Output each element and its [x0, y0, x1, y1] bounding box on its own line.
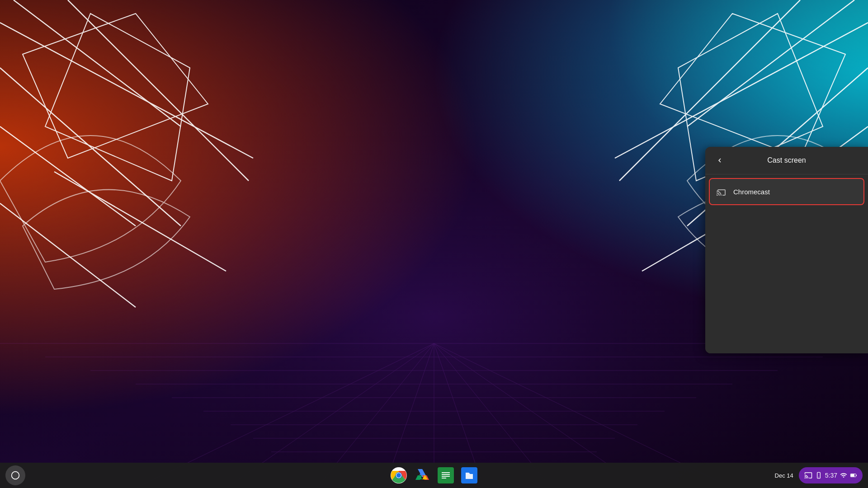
- cast-content-area: [705, 209, 868, 353]
- sheets-logo: [438, 467, 454, 483]
- system-tray[interactable]: 5:37: [799, 467, 863, 483]
- cast-device-name: Chromecast: [733, 188, 770, 196]
- svg-rect-58: [442, 476, 450, 477]
- system-clock: 5:37: [825, 472, 837, 479]
- taskbar-drive-icon[interactable]: [412, 465, 432, 485]
- svg-rect-56: [442, 472, 450, 473]
- cast-header: Cast screen: [705, 147, 868, 174]
- launcher-button[interactable]: [5, 465, 25, 485]
- svg-rect-55: [439, 469, 452, 482]
- taskbar-files-icon[interactable]: [459, 465, 479, 485]
- svg-rect-64: [851, 474, 854, 476]
- taskbar-sheets-icon[interactable]: [436, 465, 456, 485]
- battery-icon: [850, 472, 857, 479]
- svg-point-62: [818, 477, 819, 477]
- date-display: Dec 14: [775, 472, 793, 479]
- wifi-icon: [840, 472, 847, 479]
- taskbar: Dec 14 5:37: [0, 463, 868, 488]
- cast-back-button[interactable]: [712, 153, 727, 168]
- taskbar-chrome-icon[interactable]: [389, 465, 409, 485]
- files-logo: [461, 467, 477, 483]
- cast-device-icon: [715, 185, 728, 198]
- phone-tray-icon: [815, 472, 822, 479]
- svg-point-41: [12, 472, 19, 479]
- taskbar-center: [389, 465, 479, 485]
- cast-device-chromecast[interactable]: Chromecast: [709, 178, 864, 205]
- svg-rect-57: [442, 474, 450, 475]
- cast-title: Cast screen: [727, 156, 861, 164]
- cast-devices-list: Chromecast: [705, 174, 868, 209]
- screen-cast-tray-icon: [804, 471, 812, 479]
- taskbar-right: Dec 14 5:37: [775, 467, 863, 483]
- cast-panel: Cast screen Chromecast: [705, 147, 868, 353]
- svg-rect-59: [442, 478, 446, 479]
- svg-rect-65: [856, 475, 857, 476]
- taskbar-left: [5, 465, 25, 485]
- svg-point-45: [396, 473, 401, 478]
